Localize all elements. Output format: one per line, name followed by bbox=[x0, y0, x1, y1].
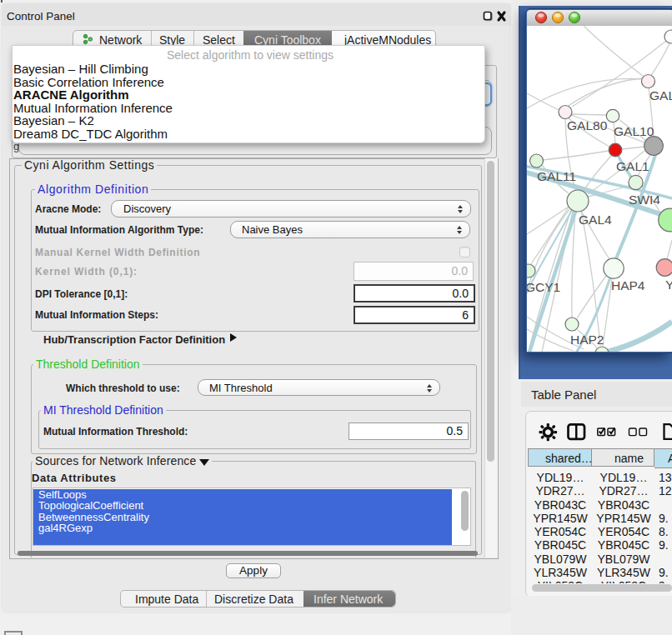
svg-text:HAP2: HAP2 bbox=[570, 332, 604, 347]
svg-text:GAL1: GAL1 bbox=[616, 159, 649, 173]
svg-text:GAL11: GAL11 bbox=[537, 169, 576, 183]
svg-text:GAL80: GAL80 bbox=[567, 118, 608, 132]
svg-text:GCY1: GCY1 bbox=[527, 280, 560, 294]
svg-text:SWI4: SWI4 bbox=[629, 192, 660, 207]
svg-text:GAL10: GAL10 bbox=[614, 124, 654, 138]
svg-text:GAL4: GAL4 bbox=[579, 212, 612, 227]
svg-text:HAP4: HAP4 bbox=[611, 278, 645, 292]
svg-text:Y: Y bbox=[665, 278, 672, 292]
svg-text:GAL7: GAL7 bbox=[649, 88, 672, 102]
